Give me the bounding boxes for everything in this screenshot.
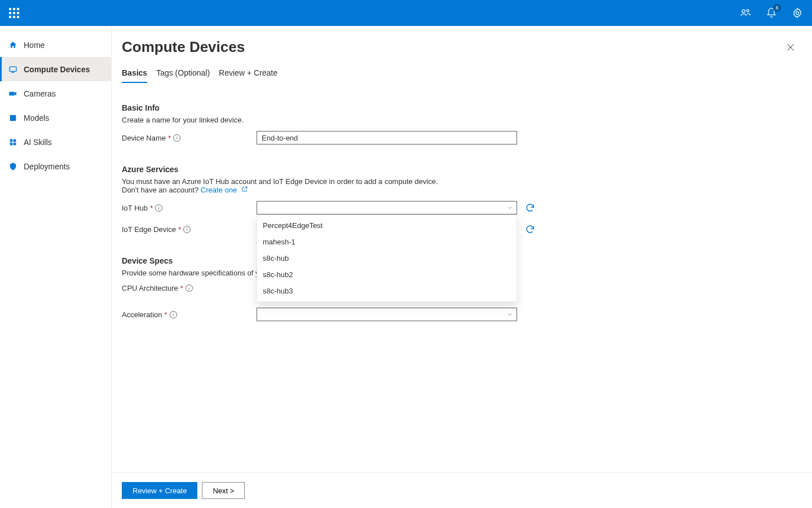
required-asterisk: * xyxy=(150,204,153,212)
sidebar-item-label: AI Skills xyxy=(24,138,52,147)
device-name-label: Device Name * i xyxy=(122,134,257,142)
external-link-icon xyxy=(241,186,248,194)
iot-hub-select[interactable] xyxy=(257,201,517,214)
sidebar-item-ai-skills[interactable]: AI Skills xyxy=(0,130,111,154)
dropdown-option[interactable]: s8c-hub3 xyxy=(257,283,517,299)
home-icon xyxy=(8,41,17,50)
iot-hub-dropdown: Percept4EdgeTest mahesh-1 s8c-hub s8c-hu… xyxy=(257,214,517,302)
svg-rect-3 xyxy=(10,67,16,71)
info-icon[interactable]: i xyxy=(186,284,193,292)
svg-point-0 xyxy=(742,10,745,12)
dropdown-option[interactable]: Percept4EdgeTest xyxy=(257,217,517,234)
tab-tags[interactable]: Tags (Optional) xyxy=(156,68,210,83)
iot-edge-device-label: IoT Edge Device * i xyxy=(122,225,257,234)
dropdown-option[interactable]: mahesh-1 xyxy=(257,234,517,250)
cpu-arch-label: CPU Architecture * i xyxy=(122,284,257,292)
settings-icon[interactable] xyxy=(792,7,803,19)
section-azure-services-desc: You must have an Azure IoT Hub account a… xyxy=(122,177,802,194)
review-create-button[interactable]: Review + Create xyxy=(122,482,197,499)
info-icon[interactable]: i xyxy=(170,311,177,318)
sidebar-item-label: Home xyxy=(24,41,45,50)
info-icon[interactable]: i xyxy=(183,226,191,233)
svg-rect-6 xyxy=(10,139,13,142)
info-icon[interactable]: i xyxy=(173,134,180,142)
top-bar: 8 xyxy=(0,0,812,26)
required-asterisk: * xyxy=(165,310,167,319)
sidebar-item-models[interactable]: Models xyxy=(0,106,111,130)
svg-rect-9 xyxy=(14,142,16,145)
chevron-down-icon xyxy=(506,311,513,318)
sidebar-item-compute-devices[interactable]: Compute Devices xyxy=(0,57,111,81)
section-azure-services-title: Azure Services xyxy=(122,165,802,174)
refresh-icon[interactable] xyxy=(525,203,535,213)
sidebar-item-cameras[interactable]: Cameras xyxy=(0,81,111,106)
info-icon[interactable]: i xyxy=(155,204,162,212)
iot-hub-label: IoT Hub * i xyxy=(122,204,257,212)
sidebar-item-label: Cameras xyxy=(24,89,56,98)
sidebar-item-home[interactable]: Home xyxy=(0,33,111,57)
device-icon xyxy=(8,65,17,74)
camera-icon xyxy=(8,89,17,98)
dropdown-option[interactable]: s8c-hub2 xyxy=(257,266,517,283)
svg-rect-4 xyxy=(9,91,14,95)
refresh-icon[interactable] xyxy=(525,224,535,234)
deploy-icon xyxy=(8,162,17,171)
people-icon[interactable] xyxy=(740,7,751,19)
model-icon xyxy=(8,113,17,122)
svg-point-1 xyxy=(747,10,749,12)
section-basic-info-title: Basic Info xyxy=(122,103,802,112)
sidebar-item-label: Compute Devices xyxy=(24,65,90,74)
svg-rect-7 xyxy=(14,139,16,142)
next-button[interactable]: Next > xyxy=(202,482,245,499)
required-asterisk: * xyxy=(180,284,183,292)
svg-rect-8 xyxy=(10,142,13,145)
dropdown-option[interactable]: s8c-hub xyxy=(257,250,517,266)
notification-badge: 8 xyxy=(773,4,781,12)
create-one-link[interactable]: Create one xyxy=(201,186,248,194)
sidebar-item-deployments[interactable]: Deployments xyxy=(0,154,111,178)
footer: Review + Create Next > xyxy=(112,472,812,508)
svg-point-2 xyxy=(796,12,799,15)
tabs: Basics Tags (Optional) Review + Create xyxy=(112,56,812,83)
acceleration-label: Acceleration * i xyxy=(122,310,257,319)
sidebar-item-label: Deployments xyxy=(24,162,70,171)
acceleration-select[interactable] xyxy=(257,308,517,321)
chevron-down-icon xyxy=(506,204,513,211)
required-asterisk: * xyxy=(178,225,181,234)
device-name-input[interactable] xyxy=(257,131,517,144)
tab-review-create[interactable]: Review + Create xyxy=(219,68,277,83)
main-content: Compute Devices Basics Tags (Optional) R… xyxy=(112,26,812,508)
tab-basics[interactable]: Basics xyxy=(122,68,147,83)
section-basic-info-desc: Create a name for your linked device. xyxy=(122,116,802,124)
notification-icon[interactable]: 8 xyxy=(766,7,777,19)
svg-rect-5 xyxy=(10,115,16,121)
sidebar: Home Compute Devices Cameras Models AI S… xyxy=(0,26,112,508)
skills-icon xyxy=(8,138,17,147)
close-icon[interactable] xyxy=(785,42,796,53)
sidebar-item-label: Models xyxy=(24,113,49,122)
waffle-icon[interactable] xyxy=(9,8,19,18)
required-asterisk: * xyxy=(168,134,171,142)
page-title: Compute Devices xyxy=(122,38,245,56)
